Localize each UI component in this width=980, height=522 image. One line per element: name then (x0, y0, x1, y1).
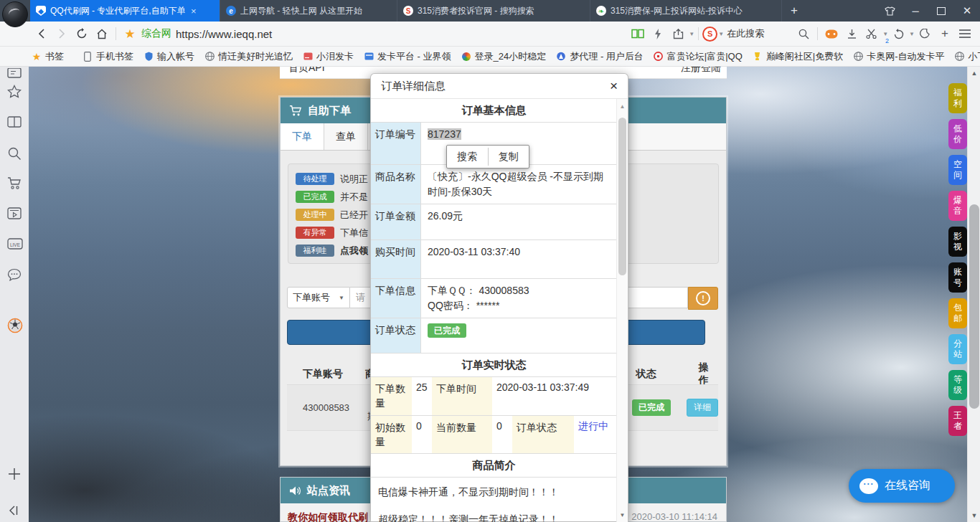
chat-bubble-icon[interactable] (7, 268, 22, 283)
search-icon[interactable] (794, 24, 813, 43)
screenshot-scissors-icon[interactable] (862, 24, 881, 43)
bookmark-xiaolei[interactable]: 小泪发卡 (303, 50, 354, 63)
scissors-chevron-icon[interactable]: ▼ (882, 31, 888, 37)
flash-lightning-icon[interactable] (649, 24, 667, 43)
share-icon[interactable] (669, 24, 687, 43)
download-icon[interactable] (842, 24, 861, 43)
favorites-star-icon[interactable] (7, 85, 22, 99)
site-category-tag[interactable]: 综合网 (141, 27, 171, 40)
online-service-button[interactable]: 在线咨询 (849, 469, 955, 503)
popup-copy-button[interactable]: 复制 (489, 146, 529, 168)
row-order-status: 订单状态 已完成 (371, 318, 617, 353)
toolbar-search-input[interactable]: 在此搜索 (727, 27, 764, 40)
maximize-button[interactable] (928, 0, 954, 22)
quick-btn-wangzhe[interactable]: 王者 (948, 406, 967, 436)
modal-scroll-down-icon[interactable]: ▼ (617, 512, 628, 518)
reading-mode-icon[interactable] (628, 24, 647, 43)
tab-place-order[interactable]: 下单 (281, 123, 324, 150)
night-mode-moon-icon[interactable] (915, 24, 934, 43)
news-item-title[interactable]: 教你如何领取代刷 (288, 511, 368, 522)
current-qty-value: 0 (492, 416, 512, 454)
tab-315-sogou[interactable]: S 315消费者投诉官网 - 搜狗搜索 (397, 0, 590, 22)
video-player-icon[interactable] (7, 207, 22, 222)
search-icon[interactable] (7, 146, 22, 161)
quick-btn-fuli[interactable]: 福利 (948, 83, 967, 113)
tab-qq-daishua[interactable]: ◆ QQ代刷网 - 专业代刷平台,自助下单 × (30, 0, 220, 22)
tab-check-order[interactable]: 查单 (324, 123, 368, 150)
menu-hamburger-icon[interactable] (956, 24, 974, 43)
order-state-link[interactable]: 进行中 (574, 416, 613, 454)
add-extension-icon[interactable]: + (936, 24, 954, 43)
restore-chevron-icon[interactable]: ▼ (909, 31, 915, 37)
tab-navigation[interactable]: e 上网导航 - 轻快上网 从这里开始 (220, 0, 397, 22)
minimize-button[interactable]: ─ (903, 0, 928, 22)
quick-btn-zhanghao[interactable]: 账号 (948, 262, 967, 293)
page-scrollbar[interactable]: ▲ ▼ (967, 67, 980, 522)
modal-scroll-up-icon[interactable]: ▲ (617, 103, 628, 110)
new-tab-button[interactable]: + (782, 0, 806, 22)
trophy-icon (753, 52, 763, 62)
bookmark-fakaplatform[interactable]: 发卡平台 - 业界领 (364, 50, 451, 63)
bookmark-kaao[interactable]: 卡奥网-自动发卡平 (853, 50, 944, 63)
bookmark-mengdaili[interactable]: 梦代理 - 用户后台 (556, 50, 644, 63)
close-window-button[interactable]: ✕ (954, 0, 980, 22)
popup-search-button[interactable]: 搜索 (447, 146, 488, 168)
back-icon[interactable] (32, 24, 51, 43)
live-icon[interactable]: LIVE (7, 238, 22, 252)
football-icon[interactable] (7, 318, 22, 332)
quick-btn-dengji[interactable]: 等级 (948, 370, 967, 400)
home-icon[interactable] (93, 24, 111, 43)
query-help-button[interactable]: ! (688, 287, 718, 310)
modal-scrollbar[interactable]: ▲ ▼ (616, 99, 628, 522)
shopping-cart-icon[interactable] (7, 176, 22, 191)
skin-theme-button[interactable] (877, 0, 903, 22)
url-text[interactable]: https://www.ieqq.net (176, 28, 272, 40)
quick-btn-dijia[interactable]: 低价 (948, 119, 967, 149)
tab-close-icon[interactable]: × (189, 6, 198, 16)
reading-book-icon[interactable] (7, 116, 22, 130)
chevron-down-icon: ▼ (339, 295, 344, 301)
tab-315-xiaofeibao[interactable]: ❧ 315消费保-网上投诉网站-投诉中心 (590, 0, 782, 22)
bookmark-account[interactable]: 输入帐号 (143, 50, 194, 63)
bookmark-fugui[interactable]: 富贵论坛|富贵|QQ (654, 50, 743, 63)
share-dropdown-chevron-icon[interactable]: ▼ (689, 31, 694, 37)
restore-session-icon[interactable]: 2 (889, 24, 908, 43)
game-center-icon[interactable] (822, 24, 841, 43)
scrollbar-thumb[interactable] (969, 204, 979, 409)
legend-text[interactable]: 点我领 (340, 245, 368, 257)
status-badge: 有异常 (296, 227, 334, 239)
row-detail-button[interactable]: 详细 (687, 399, 718, 417)
bookmark-phone[interactable]: 手机书签 (83, 50, 133, 63)
account-type-select[interactable]: 下单账号 ▼ (287, 287, 350, 308)
forward-icon[interactable] (52, 24, 71, 43)
nav-register-login-link[interactable]: 注册登陆 (681, 67, 721, 75)
scroll-up-icon[interactable]: ▲ (968, 70, 980, 77)
bookmark-login24[interactable]: 登录_24小时稳定 (461, 50, 547, 63)
colorful-circle-icon (461, 52, 471, 62)
collapse-rail-icon[interactable] (7, 504, 22, 518)
legend-text: 并不是 (340, 191, 368, 204)
order-number-value[interactable]: 817237 (428, 128, 461, 140)
sogou-search-icon[interactable]: S (702, 27, 717, 42)
add-sidebar-icon[interactable] (7, 467, 22, 481)
bookmark-label: 梦代理 - 用户后台 (570, 50, 644, 63)
modal-scrollbar-thumb[interactable] (618, 118, 626, 275)
browser-logo[interactable] (2, 1, 28, 27)
modal-close-icon[interactable]: × (610, 78, 618, 94)
bookmark-menu[interactable]: ★ 书签 (32, 50, 64, 63)
sidebar-panel-icon[interactable] (7, 68, 22, 82)
quick-btn-fenzhan[interactable]: 分站 (948, 334, 967, 364)
quick-btn-yingshi[interactable]: 影视 (948, 227, 967, 257)
scroll-down-icon[interactable]: ▼ (968, 512, 980, 519)
reload-icon[interactable] (72, 24, 91, 43)
quick-btn-baoyin[interactable]: 爆音 (948, 191, 967, 221)
bookmark-xiaoding[interactable]: 小丁 (955, 50, 980, 63)
section-basic-info: 订单基本信息 (371, 99, 617, 123)
bookmark-qingqian[interactable]: 情迁美好时光追忆 (204, 50, 293, 63)
favorite-star-icon[interactable]: ★ (121, 24, 139, 43)
search-engine-chevron-icon[interactable]: ▼ (718, 31, 724, 37)
quick-btn-baoyou[interactable]: 包邮 (948, 298, 967, 328)
bookmark-dianfengge[interactable]: 巅峰阁社区|免费软 (753, 50, 843, 63)
nav-home-link[interactable]: 首页API (288, 67, 325, 75)
quick-btn-kongjian[interactable]: 空间 (948, 155, 967, 185)
